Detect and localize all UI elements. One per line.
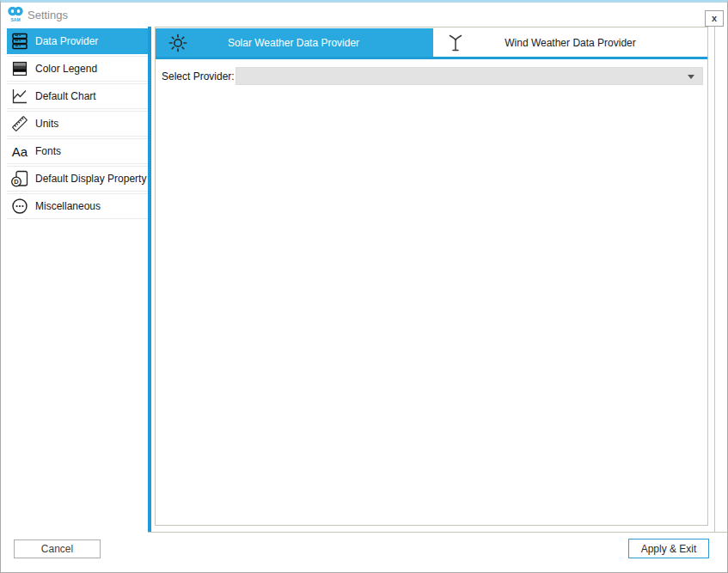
sidebar-item-default-chart[interactable]: Default Chart bbox=[7, 83, 149, 109]
provider-dropdown[interactable] bbox=[236, 67, 703, 85]
sidebar-item-label: Color Legend bbox=[35, 63, 97, 75]
chevron-down-icon bbox=[688, 75, 694, 79]
tab-label: Wind Weather Data Provider bbox=[505, 37, 636, 49]
sidebar-item-miscellaneous[interactable]: Miscellaneous bbox=[7, 193, 149, 219]
apply-exit-button[interactable]: Apply & Exit bbox=[628, 539, 709, 558]
color-legend-icon bbox=[9, 58, 31, 80]
ellipsis-icon bbox=[9, 195, 31, 217]
sidebar-item-label: Default Display Property bbox=[35, 173, 146, 185]
content-right-border bbox=[714, 27, 715, 532]
cancel-button[interactable]: Cancel bbox=[14, 539, 101, 558]
server-stack-icon bbox=[9, 30, 31, 52]
sidebar: Data Provider Color Legend bbox=[7, 28, 149, 221]
sidebar-item-label: Default Chart bbox=[35, 90, 96, 102]
sidebar-item-label: Fonts bbox=[35, 145, 61, 157]
sidebar-item-fonts[interactable]: Aa Fonts bbox=[7, 138, 149, 164]
tab-wind-weather-data-provider[interactable]: Wind Weather Data Provider bbox=[431, 28, 707, 57]
tab-label: Solar Weather Data Provider bbox=[228, 37, 359, 49]
sun-icon bbox=[166, 31, 190, 55]
close-button[interactable]: x bbox=[705, 10, 724, 27]
ruler-icon bbox=[9, 113, 31, 135]
logo-caption: SAM bbox=[10, 17, 20, 22]
content-panel: Solar Weather Data Provider Wind Weather… bbox=[155, 27, 708, 526]
tab-bar: Solar Weather Data Provider Wind Weather… bbox=[156, 28, 707, 57]
fonts-icon: Aa bbox=[9, 140, 31, 162]
display-property-icon: D bbox=[9, 168, 31, 190]
sidebar-item-label: Data Provider bbox=[35, 35, 98, 47]
footer-divider bbox=[148, 532, 727, 533]
line-chart-icon bbox=[9, 85, 31, 107]
sidebar-item-default-display-property[interactable]: D Default Display Property bbox=[7, 166, 149, 192]
tab-underline bbox=[156, 57, 707, 59]
window-title: Settings bbox=[28, 9, 68, 21]
sidebar-item-data-provider[interactable]: Data Provider bbox=[7, 28, 149, 54]
sidebar-item-units[interactable]: Units bbox=[7, 111, 149, 137]
content-left-accent-bar bbox=[148, 27, 151, 532]
sidebar-item-label: Miscellaneous bbox=[35, 200, 101, 212]
sidebar-item-label: Units bbox=[35, 118, 58, 130]
select-provider-label: Select Provider: bbox=[162, 70, 235, 82]
app-logo-icon: SAM bbox=[6, 4, 25, 25]
svg-text:D: D bbox=[14, 178, 19, 186]
wind-turbine-icon bbox=[444, 31, 468, 55]
sidebar-item-color-legend[interactable]: Color Legend bbox=[7, 56, 149, 82]
tab-solar-weather-data-provider[interactable]: Solar Weather Data Provider bbox=[156, 28, 431, 57]
settings-window: SAM Settings x Data Provider bbox=[0, 0, 728, 573]
